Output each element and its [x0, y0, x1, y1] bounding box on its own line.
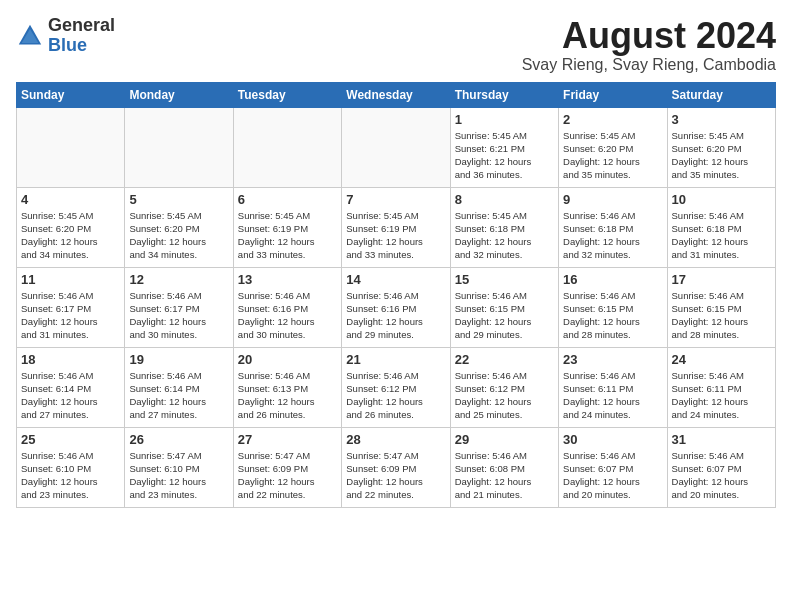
day-info: Sunrise: 5:45 AM Sunset: 6:18 PM Dayligh…	[455, 209, 554, 262]
day-number: 15	[455, 272, 554, 287]
calendar-day-cell: 28Sunrise: 5:47 AM Sunset: 6:09 PM Dayli…	[342, 427, 450, 507]
day-number: 30	[563, 432, 662, 447]
calendar-day-cell: 10Sunrise: 5:46 AM Sunset: 6:18 PM Dayli…	[667, 187, 775, 267]
calendar-day-cell: 19Sunrise: 5:46 AM Sunset: 6:14 PM Dayli…	[125, 347, 233, 427]
day-number: 4	[21, 192, 120, 207]
day-info: Sunrise: 5:46 AM Sunset: 6:15 PM Dayligh…	[672, 289, 771, 342]
day-number: 17	[672, 272, 771, 287]
calendar-day-cell: 22Sunrise: 5:46 AM Sunset: 6:12 PM Dayli…	[450, 347, 558, 427]
day-number: 22	[455, 352, 554, 367]
weekday-header-monday: Monday	[125, 82, 233, 107]
month-year-title: August 2024	[522, 16, 776, 56]
calendar-day-cell: 8Sunrise: 5:45 AM Sunset: 6:18 PM Daylig…	[450, 187, 558, 267]
calendar-day-cell: 14Sunrise: 5:46 AM Sunset: 6:16 PM Dayli…	[342, 267, 450, 347]
day-number: 25	[21, 432, 120, 447]
day-info: Sunrise: 5:46 AM Sunset: 6:18 PM Dayligh…	[672, 209, 771, 262]
day-info: Sunrise: 5:46 AM Sunset: 6:12 PM Dayligh…	[346, 369, 445, 422]
day-info: Sunrise: 5:46 AM Sunset: 6:07 PM Dayligh…	[563, 449, 662, 502]
day-number: 9	[563, 192, 662, 207]
day-info: Sunrise: 5:46 AM Sunset: 6:14 PM Dayligh…	[21, 369, 120, 422]
calendar-day-cell: 20Sunrise: 5:46 AM Sunset: 6:13 PM Dayli…	[233, 347, 341, 427]
day-number: 11	[21, 272, 120, 287]
calendar-day-cell: 29Sunrise: 5:46 AM Sunset: 6:08 PM Dayli…	[450, 427, 558, 507]
weekday-header-thursday: Thursday	[450, 82, 558, 107]
weekday-header-tuesday: Tuesday	[233, 82, 341, 107]
logo-icon	[16, 22, 44, 50]
location-subtitle: Svay Rieng, Svay Rieng, Cambodia	[522, 56, 776, 74]
calendar-day-cell: 18Sunrise: 5:46 AM Sunset: 6:14 PM Dayli…	[17, 347, 125, 427]
day-number: 29	[455, 432, 554, 447]
day-info: Sunrise: 5:46 AM Sunset: 6:07 PM Dayligh…	[672, 449, 771, 502]
calendar-day-cell: 31Sunrise: 5:46 AM Sunset: 6:07 PM Dayli…	[667, 427, 775, 507]
day-info: Sunrise: 5:46 AM Sunset: 6:17 PM Dayligh…	[21, 289, 120, 342]
day-number: 13	[238, 272, 337, 287]
day-info: Sunrise: 5:46 AM Sunset: 6:11 PM Dayligh…	[672, 369, 771, 422]
calendar-day-cell: 21Sunrise: 5:46 AM Sunset: 6:12 PM Dayli…	[342, 347, 450, 427]
day-number: 12	[129, 272, 228, 287]
empty-cell	[233, 107, 341, 187]
calendar-day-cell: 25Sunrise: 5:46 AM Sunset: 6:10 PM Dayli…	[17, 427, 125, 507]
calendar-day-cell: 7Sunrise: 5:45 AM Sunset: 6:19 PM Daylig…	[342, 187, 450, 267]
day-info: Sunrise: 5:46 AM Sunset: 6:10 PM Dayligh…	[21, 449, 120, 502]
day-number: 14	[346, 272, 445, 287]
day-info: Sunrise: 5:45 AM Sunset: 6:19 PM Dayligh…	[238, 209, 337, 262]
logo-blue-text: Blue	[48, 36, 115, 56]
day-number: 1	[455, 112, 554, 127]
calendar-week-row: 1Sunrise: 5:45 AM Sunset: 6:21 PM Daylig…	[17, 107, 776, 187]
day-number: 21	[346, 352, 445, 367]
logo: General Blue	[16, 16, 115, 56]
day-number: 26	[129, 432, 228, 447]
calendar-day-cell: 6Sunrise: 5:45 AM Sunset: 6:19 PM Daylig…	[233, 187, 341, 267]
day-number: 27	[238, 432, 337, 447]
calendar-day-cell: 27Sunrise: 5:47 AM Sunset: 6:09 PM Dayli…	[233, 427, 341, 507]
day-info: Sunrise: 5:46 AM Sunset: 6:16 PM Dayligh…	[346, 289, 445, 342]
day-info: Sunrise: 5:46 AM Sunset: 6:14 PM Dayligh…	[129, 369, 228, 422]
weekday-header-row: SundayMondayTuesdayWednesdayThursdayFrid…	[17, 82, 776, 107]
calendar-day-cell: 2Sunrise: 5:45 AM Sunset: 6:20 PM Daylig…	[559, 107, 667, 187]
day-info: Sunrise: 5:46 AM Sunset: 6:12 PM Dayligh…	[455, 369, 554, 422]
weekday-header-wednesday: Wednesday	[342, 82, 450, 107]
calendar-day-cell: 3Sunrise: 5:45 AM Sunset: 6:20 PM Daylig…	[667, 107, 775, 187]
title-area: August 2024 Svay Rieng, Svay Rieng, Camb…	[522, 16, 776, 74]
empty-cell	[125, 107, 233, 187]
day-info: Sunrise: 5:46 AM Sunset: 6:17 PM Dayligh…	[129, 289, 228, 342]
logo-general-text: General	[48, 16, 115, 36]
day-number: 7	[346, 192, 445, 207]
calendar-day-cell: 5Sunrise: 5:45 AM Sunset: 6:20 PM Daylig…	[125, 187, 233, 267]
calendar-day-cell: 17Sunrise: 5:46 AM Sunset: 6:15 PM Dayli…	[667, 267, 775, 347]
calendar-day-cell: 11Sunrise: 5:46 AM Sunset: 6:17 PM Dayli…	[17, 267, 125, 347]
day-info: Sunrise: 5:47 AM Sunset: 6:09 PM Dayligh…	[346, 449, 445, 502]
day-number: 16	[563, 272, 662, 287]
calendar-day-cell: 30Sunrise: 5:46 AM Sunset: 6:07 PM Dayli…	[559, 427, 667, 507]
calendar-day-cell: 16Sunrise: 5:46 AM Sunset: 6:15 PM Dayli…	[559, 267, 667, 347]
day-info: Sunrise: 5:47 AM Sunset: 6:10 PM Dayligh…	[129, 449, 228, 502]
calendar-week-row: 18Sunrise: 5:46 AM Sunset: 6:14 PM Dayli…	[17, 347, 776, 427]
day-number: 6	[238, 192, 337, 207]
calendar-week-row: 25Sunrise: 5:46 AM Sunset: 6:10 PM Dayli…	[17, 427, 776, 507]
calendar-day-cell: 26Sunrise: 5:47 AM Sunset: 6:10 PM Dayli…	[125, 427, 233, 507]
day-info: Sunrise: 5:46 AM Sunset: 6:15 PM Dayligh…	[455, 289, 554, 342]
day-info: Sunrise: 5:46 AM Sunset: 6:08 PM Dayligh…	[455, 449, 554, 502]
day-number: 5	[129, 192, 228, 207]
day-number: 10	[672, 192, 771, 207]
day-info: Sunrise: 5:45 AM Sunset: 6:20 PM Dayligh…	[129, 209, 228, 262]
calendar-day-cell: 23Sunrise: 5:46 AM Sunset: 6:11 PM Dayli…	[559, 347, 667, 427]
empty-cell	[342, 107, 450, 187]
day-number: 20	[238, 352, 337, 367]
day-number: 24	[672, 352, 771, 367]
day-number: 31	[672, 432, 771, 447]
day-number: 19	[129, 352, 228, 367]
calendar-day-cell: 13Sunrise: 5:46 AM Sunset: 6:16 PM Dayli…	[233, 267, 341, 347]
day-info: Sunrise: 5:46 AM Sunset: 6:11 PM Dayligh…	[563, 369, 662, 422]
empty-cell	[17, 107, 125, 187]
calendar-week-row: 4Sunrise: 5:45 AM Sunset: 6:20 PM Daylig…	[17, 187, 776, 267]
calendar-week-row: 11Sunrise: 5:46 AM Sunset: 6:17 PM Dayli…	[17, 267, 776, 347]
weekday-header-sunday: Sunday	[17, 82, 125, 107]
day-info: Sunrise: 5:47 AM Sunset: 6:09 PM Dayligh…	[238, 449, 337, 502]
day-info: Sunrise: 5:45 AM Sunset: 6:20 PM Dayligh…	[563, 129, 662, 182]
day-info: Sunrise: 5:46 AM Sunset: 6:13 PM Dayligh…	[238, 369, 337, 422]
weekday-header-friday: Friday	[559, 82, 667, 107]
day-number: 18	[21, 352, 120, 367]
weekday-header-saturday: Saturday	[667, 82, 775, 107]
calendar-day-cell: 15Sunrise: 5:46 AM Sunset: 6:15 PM Dayli…	[450, 267, 558, 347]
